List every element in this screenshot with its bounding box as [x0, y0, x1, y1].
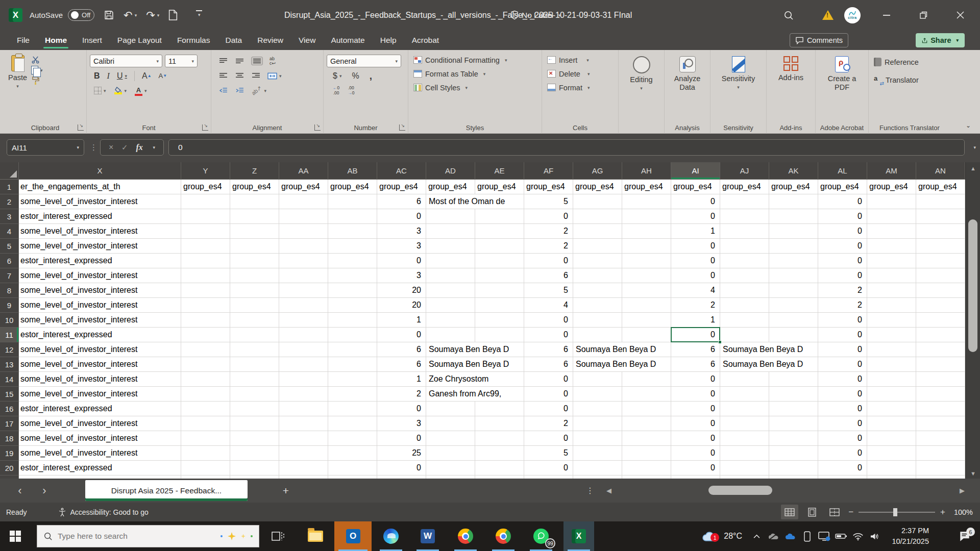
- cell-X4[interactable]: some_level_of_investor_interest: [19, 224, 181, 239]
- cell-AJ8[interactable]: [720, 283, 769, 298]
- cell-X19[interactable]: some_level_of_investor_interest: [19, 446, 181, 461]
- cell-Y14[interactable]: [181, 372, 230, 387]
- zoom-out-button[interactable]: −: [848, 507, 853, 517]
- row-header-10[interactable]: 10: [0, 313, 19, 328]
- cell-AK15[interactable]: [769, 387, 818, 402]
- cell-AE11[interactable]: [475, 328, 524, 342]
- cell-AI13[interactable]: 6: [671, 357, 720, 372]
- cell-Y12[interactable]: [181, 342, 230, 357]
- cell-Y9[interactable]: [181, 298, 230, 313]
- cell-AJ1[interactable]: group_es4: [720, 180, 769, 194]
- cell-AC13[interactable]: 6: [377, 357, 426, 372]
- cell-AL7[interactable]: 0: [818, 268, 867, 283]
- row-header-13[interactable]: 13: [0, 357, 19, 372]
- increase-font-button[interactable]: A▲: [142, 71, 152, 81]
- align-top-button[interactable]: [218, 58, 228, 64]
- cell-X6[interactable]: estor_interest_expressed: [19, 254, 181, 268]
- ribbon-tab-review[interactable]: Review: [250, 30, 291, 50]
- row-header-17[interactable]: 17: [0, 416, 19, 431]
- name-box[interactable]: AI11▾: [7, 139, 84, 156]
- alignment-dialog-launcher[interactable]: [314, 124, 321, 131]
- cell-AK11[interactable]: [769, 328, 818, 342]
- wrap-text-button[interactable]: abc↩: [270, 57, 276, 66]
- cell-AG5[interactable]: [573, 239, 622, 254]
- cell-AF16[interactable]: 0: [524, 402, 573, 416]
- create-pdf-button[interactable]: Create a PDF: [816, 54, 868, 93]
- cell-Y11[interactable]: [181, 328, 230, 342]
- cell-AC1[interactable]: group_es4: [377, 180, 426, 194]
- cell-Y2[interactable]: [181, 194, 230, 209]
- cell-AA16[interactable]: [279, 402, 328, 416]
- format-cells-button[interactable]: Format▾: [547, 81, 618, 94]
- cell-AC19[interactable]: 25: [377, 446, 426, 461]
- cell-AB2[interactable]: [328, 194, 377, 209]
- scroll-down-icon[interactable]: ▼: [966, 470, 980, 477]
- accounting-format-button[interactable]: $▾: [333, 71, 341, 81]
- cell-AJ10[interactable]: [720, 313, 769, 328]
- cell-AI8[interactable]: 4: [671, 283, 720, 298]
- cell-AM8[interactable]: [867, 283, 916, 298]
- cell-AJ15[interactable]: [720, 387, 769, 402]
- vertical-scroll-thumb[interactable]: [968, 219, 977, 352]
- cell-AH7[interactable]: [622, 268, 671, 283]
- cell-X1[interactable]: er_the_engagements_at_th: [19, 180, 181, 194]
- cell-X12[interactable]: some_level_of_investor_interest: [19, 342, 181, 357]
- cell-AB13[interactable]: [328, 357, 377, 372]
- cell-AJ2[interactable]: [720, 194, 769, 209]
- cell-AD7[interactable]: [426, 268, 475, 283]
- ribbon-tab-page-layout[interactable]: Page Layout: [110, 30, 169, 50]
- cut-button[interactable]: [31, 55, 43, 64]
- sheet-tab-active[interactable]: Disrupt Asia 2025 - Feedback...: [85, 480, 248, 501]
- cell-AH5[interactable]: [622, 239, 671, 254]
- number-dialog-launcher[interactable]: [399, 124, 405, 131]
- cell-AA13[interactable]: [279, 357, 328, 372]
- font-color-button[interactable]: A▾: [135, 85, 147, 96]
- cell-AM2[interactable]: [867, 194, 916, 209]
- cell-Z15[interactable]: [230, 387, 279, 402]
- name-box-kebab-icon[interactable]: ⋮: [90, 143, 97, 152]
- cell-AD3[interactable]: [426, 209, 475, 224]
- onedrive-paused-icon[interactable]: [765, 521, 782, 551]
- clipboard-dialog-launcher[interactable]: [78, 124, 84, 131]
- cell-X14[interactable]: some_level_of_investor_interest: [19, 372, 181, 387]
- cell-AB3[interactable]: [328, 209, 377, 224]
- cell-Z19[interactable]: [230, 446, 279, 461]
- cell-AC9[interactable]: 20: [377, 298, 426, 313]
- cell-Y7[interactable]: [181, 268, 230, 283]
- align-middle-button[interactable]: [235, 58, 244, 64]
- cell-AN6[interactable]: [916, 254, 965, 268]
- warning-icon[interactable]: !: [818, 0, 838, 30]
- cell-X2[interactable]: some_level_of_investor_interest: [19, 194, 181, 209]
- font-dialog-launcher[interactable]: [202, 124, 208, 131]
- cell-AK16[interactable]: [769, 402, 818, 416]
- battery-icon[interactable]: [832, 521, 849, 551]
- row-header-8[interactable]: 8: [0, 283, 19, 298]
- cell-AF20[interactable]: 0: [524, 461, 573, 475]
- cell-AH11[interactable]: [622, 328, 671, 342]
- copy-button[interactable]: ▾: [31, 66, 43, 74]
- row-header-12[interactable]: 12: [0, 342, 19, 357]
- column-header-AI[interactable]: AI: [671, 162, 720, 180]
- display-icon[interactable]: [816, 521, 832, 551]
- cell-AB20[interactable]: [328, 461, 377, 475]
- cell-AN15[interactable]: [916, 387, 965, 402]
- ribbon-tab-file[interactable]: File: [9, 30, 37, 50]
- cell-AJ3[interactable]: [720, 209, 769, 224]
- decrease-indent-button[interactable]: [218, 87, 228, 94]
- cell-AC14[interactable]: 1: [377, 372, 426, 387]
- cell-AF5[interactable]: 2: [524, 239, 573, 254]
- cell-X20[interactable]: estor_interest_expressed: [19, 461, 181, 475]
- ribbon-tab-insert[interactable]: Insert: [75, 30, 110, 50]
- cell-AF18[interactable]: 0: [524, 431, 573, 446]
- comments-button[interactable]: Comments: [790, 33, 848, 47]
- wifi-icon[interactable]: [849, 521, 866, 551]
- task-view-button[interactable]: [263, 521, 293, 551]
- borders-button[interactable]: ▾: [94, 87, 106, 94]
- cell-Z16[interactable]: [230, 402, 279, 416]
- cell-AE17[interactable]: [475, 416, 524, 431]
- cell-AG10[interactable]: [573, 313, 622, 328]
- column-header-AK[interactable]: AK: [769, 162, 818, 180]
- cell-AG15[interactable]: [573, 387, 622, 402]
- cell-AM12[interactable]: [867, 342, 916, 357]
- cell-AD12[interactable]: Soumaya Ben Beya D: [426, 342, 475, 357]
